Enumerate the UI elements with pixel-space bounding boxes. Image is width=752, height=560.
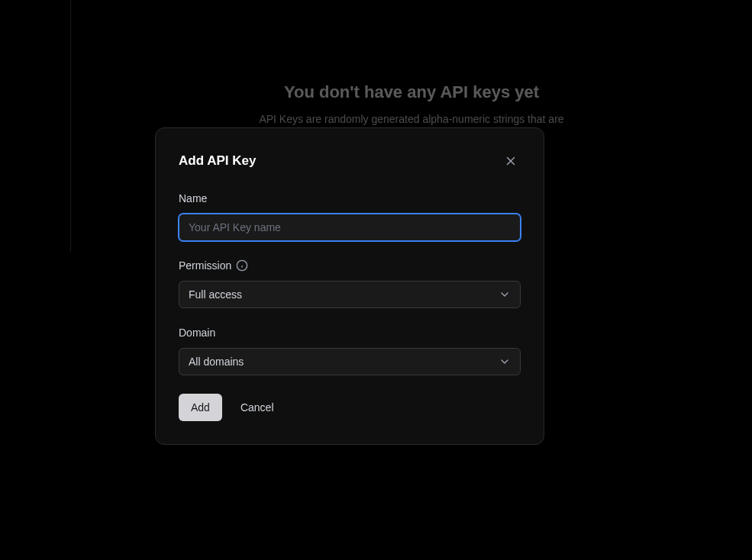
api-key-name-input[interactable] [179,214,521,241]
chevron-down-icon [499,288,511,301]
name-field-group: Name [179,192,521,241]
modal-footer: Add Cancel [179,394,521,421]
permission-label: Permission [179,259,521,272]
name-label: Name [179,192,521,204]
chevron-down-icon [499,356,511,368]
modal-overlay: Add API Key Name Permission [0,0,752,560]
info-icon[interactable] [236,259,248,272]
permission-selected-value: Full access [189,288,242,301]
cancel-button[interactable]: Cancel [234,394,280,421]
domain-selected-value: All domains [189,356,244,368]
permission-label-text: Permission [179,259,231,272]
permission-field-group: Permission Full access [179,259,521,308]
add-api-key-modal: Add API Key Name Permission [155,127,544,445]
close-button[interactable] [501,151,521,171]
add-button[interactable]: Add [179,394,222,421]
close-icon [504,154,518,168]
domain-field-group: Domain All domains [179,327,521,375]
modal-header: Add API Key [179,151,521,171]
domain-label: Domain [179,327,521,339]
permission-select[interactable]: Full access [179,281,521,308]
domain-select[interactable]: All domains [179,348,521,375]
modal-title: Add API Key [179,153,256,169]
